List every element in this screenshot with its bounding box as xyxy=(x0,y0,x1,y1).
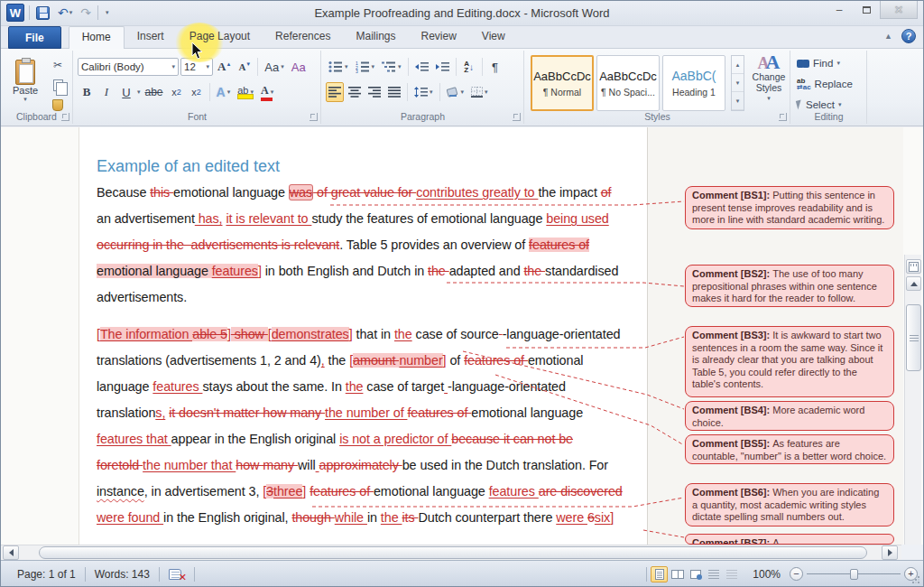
italic-button[interactable]: I xyxy=(97,82,116,102)
copy-button[interactable] xyxy=(48,76,68,94)
doc-line-p1-3[interactable]: occurring in the advertisements is relev… xyxy=(97,232,589,258)
horizontal-scrollbar[interactable] xyxy=(1,545,901,560)
scroll-right-button[interactable] xyxy=(882,545,898,560)
minimize-button[interactable]: – xyxy=(826,1,853,19)
show-hide-pilcrow-button[interactable]: ¶ xyxy=(486,57,504,77)
styles-group: AaBbCcDc¶ NormalAaBbCcDc¶ No Spaci...AaB… xyxy=(525,51,790,124)
text-effects-button[interactable]: A▾ xyxy=(214,82,234,102)
justify-button[interactable] xyxy=(385,82,403,102)
replace-button[interactable]: ab⇄acReplace xyxy=(795,75,855,93)
sort-button[interactable]: AZ↓ xyxy=(460,57,478,77)
font-name-combo[interactable]: Calibri (Body)▾ xyxy=(78,58,179,76)
help-button[interactable]: ? xyxy=(901,29,916,43)
strikethrough-button[interactable]: abe xyxy=(143,82,166,102)
line-spacing-button[interactable]: ▾ xyxy=(411,82,436,102)
clear-formatting-button[interactable]: Aa xyxy=(289,57,309,77)
find-button[interactable]: Find▾ xyxy=(795,54,855,72)
vertical-scroll-thumb[interactable] xyxy=(906,304,921,371)
grow-font-button[interactable]: A xyxy=(215,57,234,77)
font-color-button[interactable]: A▾ xyxy=(258,82,276,102)
comment-bs4[interactable]: Comment [BS4]: More academic word choice… xyxy=(685,401,894,431)
style--no-spaci-[interactable]: AaBbCcDc¶ No Spaci... xyxy=(596,55,660,111)
underline-button[interactable]: U xyxy=(117,82,135,102)
view-ruler-button[interactable] xyxy=(906,259,921,274)
align-right-button[interactable] xyxy=(365,82,383,102)
comment-bs6[interactable]: Comment [BS6]: When you are indicating a… xyxy=(685,483,894,526)
scroll-left-button[interactable] xyxy=(3,545,19,560)
doc-line-p2-8[interactable]: were found in the English original, thou… xyxy=(97,505,614,531)
zoom-slider-thumb[interactable] xyxy=(850,569,858,580)
tab-review[interactable]: Review xyxy=(408,26,468,49)
comment-bs3[interactable]: Comment [BS3]: It is awkward to start tw… xyxy=(685,326,894,397)
paste-button[interactable]: Paste ▾ xyxy=(6,56,44,117)
align-center-button[interactable] xyxy=(346,82,364,102)
tab-page-layout[interactable]: Page Layout xyxy=(177,26,263,49)
tab-file[interactable]: File xyxy=(8,26,61,49)
style--normal[interactable]: AaBbCcDc¶ Normal xyxy=(531,55,594,111)
text-run: be used in the Dutch translation. For xyxy=(402,458,608,472)
maximize-button[interactable] xyxy=(853,1,880,19)
superscript-button[interactable]: x2 xyxy=(188,82,206,102)
doc-line-p1-5[interactable]: advertisements. xyxy=(97,284,187,311)
subscript-button[interactable]: x2 xyxy=(168,82,186,102)
font-dialog-launcher[interactable] xyxy=(310,113,318,121)
tab-view[interactable]: View xyxy=(469,26,518,49)
paragraph-dialog-launcher[interactable] xyxy=(513,113,521,121)
cut-button[interactable]: ✂ xyxy=(48,56,68,74)
comment-bs2[interactable]: Comment [BS2]: The use of too many prepo… xyxy=(685,265,894,307)
increase-indent-button[interactable] xyxy=(433,57,452,77)
styles-dialog-launcher[interactable] xyxy=(779,113,787,121)
change-styles-button[interactable]: AA Change Styles ▾ xyxy=(749,55,789,115)
tab-mailings[interactable]: Mailings xyxy=(343,26,408,49)
shading-button[interactable]: ▾ xyxy=(444,82,467,102)
comment-bs5[interactable]: Comment [BS5]: As features are countable… xyxy=(685,434,894,464)
proofing-status[interactable]: ✕ xyxy=(160,561,194,587)
align-left-button[interactable] xyxy=(326,82,344,102)
zoom-slider[interactable] xyxy=(807,567,901,581)
draft-view-button[interactable] xyxy=(723,566,740,582)
doc-line-p2-7[interactable]: instance, in advertisement 3, [3three] f… xyxy=(97,479,623,505)
web-layout-view-button[interactable] xyxy=(687,566,704,582)
close-button[interactable]: ✕ xyxy=(880,1,918,19)
zoom-level[interactable]: 100% xyxy=(753,568,781,581)
clear-formatting-icon: Aa xyxy=(291,61,306,74)
horizontal-scroll-thumb[interactable] xyxy=(39,546,867,559)
outline-view-button[interactable] xyxy=(705,566,722,582)
tab-insert[interactable]: Insert xyxy=(125,26,177,49)
resize-grip[interactable] xyxy=(911,575,920,584)
styles-scroll[interactable]: ▲▼▼ xyxy=(731,55,744,111)
clipboard-dialog-launcher[interactable] xyxy=(61,113,69,121)
bullets-button[interactable]: ▾ xyxy=(326,57,351,77)
scroll-up-button[interactable] xyxy=(906,276,921,291)
tab-references[interactable]: References xyxy=(263,26,343,49)
minimize-ribbon-icon[interactable]: ▲ xyxy=(884,32,892,41)
doc-line-p2-2[interactable]: translations (advertisements 1, 2 and 4)… xyxy=(97,348,583,374)
doc-line-p1-4[interactable]: emotional language features] in both Eng… xyxy=(97,258,618,284)
document-page[interactable]: Example of an edited text Because this e… xyxy=(79,127,647,545)
text-highlight-button[interactable]: ab▾ xyxy=(235,82,256,102)
doc-line-p2-6[interactable]: foretold the number that how many will a… xyxy=(97,452,608,479)
page-indicator[interactable]: Page: 1 of 1 xyxy=(8,561,85,587)
doc-line-p2-5[interactable]: features that appear in the English orig… xyxy=(97,426,573,452)
bold-button[interactable]: B xyxy=(78,82,96,102)
numbering-button[interactable]: 123▾ xyxy=(353,57,378,77)
doc-line-p2-4[interactable]: translations, it doesn't matter how many… xyxy=(97,400,583,426)
print-layout-view-button[interactable] xyxy=(651,566,668,582)
tab-home[interactable]: Home xyxy=(69,26,125,49)
decrease-indent-button[interactable] xyxy=(412,57,431,77)
comment-bs7[interactable]: Comment [BS7]: A xyxy=(685,534,894,545)
style-heading-1[interactable]: AaBbC(Heading 1 xyxy=(662,55,725,111)
doc-line-p1-2[interactable]: an advertisement has, it is relevant to … xyxy=(97,206,609,232)
comment-bs1[interactable]: Comment [BS1]: Putting this sentence in … xyxy=(685,186,894,229)
vertical-scrollbar[interactable] xyxy=(904,255,921,545)
doc-line-p2-1[interactable]: [The information able 5] show [demonstra… xyxy=(97,321,620,348)
shrink-font-button[interactable]: A xyxy=(236,57,254,77)
doc-line-p2-3[interactable]: language features stays about the same. … xyxy=(97,374,566,400)
doc-line-p1-1[interactable]: Because this emotional language was of g… xyxy=(97,180,612,206)
word-count[interactable]: Words: 143 xyxy=(86,561,159,587)
multilevel-list-button[interactable]: ▾ xyxy=(379,57,404,77)
fullscreen-reading-view-button[interactable] xyxy=(669,566,686,582)
borders-button[interactable]: ▾ xyxy=(468,82,491,102)
change-case-button[interactable]: Aa▾ xyxy=(262,57,286,77)
zoom-out-button[interactable]: − xyxy=(790,567,803,581)
